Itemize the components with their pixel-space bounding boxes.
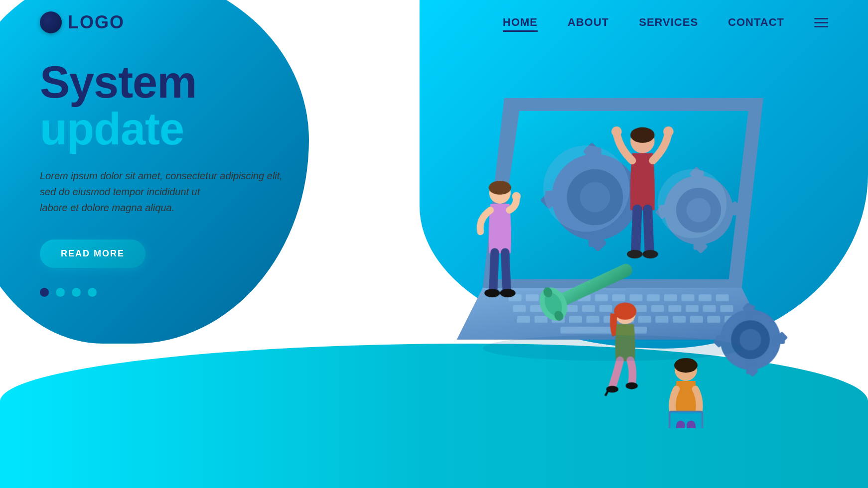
svg-point-93 — [642, 250, 658, 258]
dot-2[interactable] — [56, 288, 65, 297]
svg-rect-28 — [535, 316, 548, 323]
svg-rect-34 — [638, 316, 651, 323]
hamburger-menu-icon[interactable] — [814, 18, 828, 27]
svg-rect-24 — [686, 305, 699, 312]
nav-services[interactable]: SERVICES — [639, 16, 698, 29]
logo-icon — [40, 11, 62, 33]
carousel-dots — [40, 288, 283, 297]
navigation: HOME ABOUT SERVICES CONTACT — [503, 16, 828, 29]
dot-4[interactable] — [88, 288, 97, 297]
hero-heading-system: System — [40, 60, 283, 105]
svg-point-86 — [484, 289, 500, 297]
hero-description: Lorem ipsum dolor sit amet, consectetur … — [40, 168, 283, 216]
svg-point-95 — [614, 302, 636, 320]
svg-rect-8 — [629, 294, 642, 301]
hero-illustration — [400, 30, 848, 468]
svg-point-97 — [626, 382, 638, 389]
svg-point-54 — [543, 145, 629, 232]
svg-rect-9 — [647, 294, 660, 301]
svg-rect-30 — [569, 316, 582, 323]
svg-point-92 — [627, 250, 642, 258]
svg-rect-27 — [517, 316, 530, 323]
hero-content: System update Lorem ipsum dolor sit amet… — [40, 60, 283, 297]
svg-rect-23 — [668, 305, 681, 312]
svg-rect-14 — [513, 305, 526, 312]
dot-3[interactable] — [72, 288, 81, 297]
svg-point-69 — [739, 329, 761, 350]
svg-point-85 — [512, 192, 521, 201]
svg-rect-25 — [703, 305, 716, 312]
dot-1[interactable] — [40, 288, 49, 297]
hero-heading-update: update — [40, 105, 283, 154]
laptop-svg — [439, 70, 828, 428]
nav-about[interactable]: ABOUT — [568, 16, 609, 29]
svg-point-87 — [500, 289, 515, 297]
svg-point-90 — [611, 126, 622, 137]
svg-rect-19 — [599, 305, 612, 312]
svg-point-99 — [674, 358, 698, 372]
svg-point-104 — [483, 335, 742, 361]
nav-home[interactable]: HOME — [503, 16, 538, 29]
svg-rect-6 — [595, 294, 608, 301]
svg-rect-38 — [707, 316, 720, 323]
nav-contact[interactable]: CONTACT — [728, 16, 784, 29]
svg-rect-18 — [582, 305, 595, 312]
svg-point-84 — [489, 181, 511, 195]
svg-rect-2 — [526, 294, 539, 301]
logo-text: LOGO — [68, 12, 125, 33]
logo-area: LOGO — [40, 11, 125, 33]
svg-point-89 — [630, 127, 655, 143]
svg-point-66 — [658, 169, 727, 239]
svg-rect-31 — [586, 316, 599, 323]
svg-rect-36 — [673, 316, 686, 323]
svg-rect-10 — [664, 294, 677, 301]
read-more-button[interactable]: READ MORE — [40, 240, 145, 268]
header: LOGO HOME ABOUT SERVICES CONTACT — [0, 0, 868, 45]
svg-rect-101 — [670, 412, 701, 428]
svg-rect-22 — [651, 305, 664, 312]
svg-rect-37 — [690, 316, 703, 323]
svg-point-91 — [663, 126, 674, 137]
svg-rect-35 — [655, 316, 668, 323]
svg-rect-7 — [612, 294, 625, 301]
svg-rect-11 — [681, 294, 694, 301]
svg-rect-13 — [716, 294, 729, 301]
svg-rect-26 — [720, 305, 733, 312]
svg-rect-12 — [699, 294, 712, 301]
